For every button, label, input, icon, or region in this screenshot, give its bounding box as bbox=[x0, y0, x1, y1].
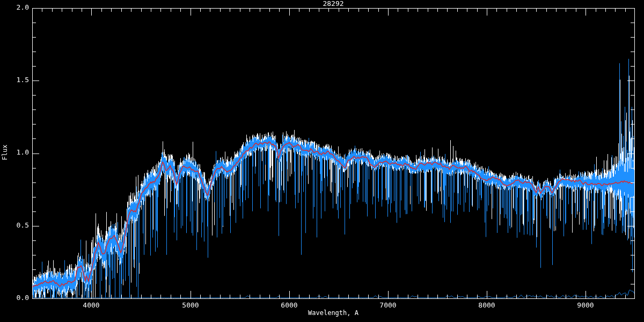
y-tick-label: 0.0 bbox=[5, 294, 29, 302]
x-tick-label: 4000 bbox=[75, 302, 107, 309]
x-tick-label: 8000 bbox=[471, 302, 503, 309]
spectrum-viewer: 28292 Flux Wavelength, A 0.0 0.5 1.0 1.5… bbox=[0, 0, 644, 322]
spectrum-plot-canvas bbox=[0, 0, 644, 322]
x-tick-label: 5000 bbox=[174, 302, 207, 309]
plot-title: 28292 bbox=[32, 0, 634, 8]
y-tick-label: 2.0 bbox=[5, 4, 29, 11]
x-tick-label: 6000 bbox=[273, 302, 305, 309]
x-tick-label: 9000 bbox=[569, 302, 602, 309]
y-tick-label: 1.0 bbox=[5, 149, 29, 156]
y-tick-label: 1.5 bbox=[5, 76, 29, 84]
x-axis-label: Wavelength, A bbox=[32, 309, 634, 317]
x-tick-label: 7000 bbox=[372, 302, 404, 309]
y-tick-label: 0.5 bbox=[5, 222, 29, 229]
